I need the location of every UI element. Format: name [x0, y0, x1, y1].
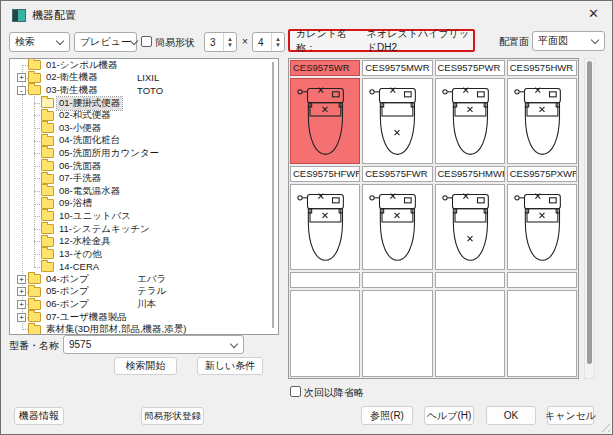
- toilet-plan-drawing: [295, 187, 355, 267]
- catalog-item-header[interactable]: CES9575HFWR: [290, 166, 360, 182]
- toilet-plan-drawing: [512, 81, 572, 161]
- cancel-button[interactable]: キャンセル: [547, 406, 594, 425]
- folder-icon: [41, 186, 54, 196]
- tree-item-label: 07-ユーザ機器製品: [44, 311, 129, 324]
- tree-item[interactable]: 08-電気温水器: [10, 185, 278, 198]
- collapse-icon[interactable]: -: [17, 86, 26, 95]
- tree-item[interactable]: 12-水栓金具: [10, 235, 278, 248]
- search-type-value: 検索: [15, 35, 35, 49]
- tree-item-brand: エバラ: [137, 273, 166, 286]
- tree-item-label: 04-ポンプ: [44, 273, 91, 286]
- tree-item[interactable]: -03-衛生機器TOTO: [10, 84, 278, 97]
- dialog-title: 機器配置: [32, 8, 76, 23]
- resize-grip[interactable]: [598, 420, 610, 432]
- expand-icon[interactable]: +: [17, 73, 26, 82]
- expand-icon[interactable]: +: [17, 287, 26, 296]
- tree-item-label: 10-ユニットバス: [57, 210, 133, 223]
- catalog-item-preview[interactable]: [435, 78, 505, 164]
- start-search-button[interactable]: 検索開始: [114, 357, 177, 375]
- tree-item[interactable]: 10-ユニットバス: [10, 210, 278, 223]
- new-condition-button[interactable]: 新しい条件: [197, 357, 263, 375]
- tree-item-label: 11-システムキッチン: [57, 223, 152, 236]
- catalog-item-header[interactable]: CES9575PXWR: [507, 166, 577, 182]
- search-type-select[interactable]: 検索: [9, 32, 70, 52]
- catalog-item-preview[interactable]: [435, 184, 505, 270]
- tree-item-label: 06-ポンプ: [44, 298, 91, 311]
- folder-icon: [28, 73, 41, 83]
- close-icon[interactable]: ✕: [588, 6, 599, 21]
- expand-icon[interactable]: +: [17, 275, 26, 284]
- catalog-item-header[interactable]: CES9575HMWR: [435, 166, 505, 182]
- chevron-down-icon: [130, 37, 138, 45]
- catalog-item-preview[interactable]: [362, 184, 432, 270]
- model-name-combo[interactable]: 9575: [63, 335, 244, 354]
- catalog-item-preview[interactable]: [290, 78, 360, 164]
- scrollbar-thumb[interactable]: [587, 61, 592, 364]
- category-tree[interactable]: 01-シンボル機器+02-衛生機器LIXIL-03-衛生機器TOTO01-腰掛式…: [9, 58, 279, 335]
- tree-item[interactable]: 01-シンボル機器: [10, 59, 278, 72]
- folder-icon: [41, 199, 54, 209]
- tree-item[interactable]: +04-ポンプエバラ: [10, 273, 278, 286]
- catalog-item-preview[interactable]: [507, 78, 577, 164]
- open-folder-icon: [41, 98, 54, 108]
- toilet-plan-drawing: [367, 187, 427, 267]
- catalog-item-header[interactable]: CES9575MWR: [362, 60, 432, 76]
- catalog-item-header: [435, 272, 505, 288]
- tree-item[interactable]: 05-洗面所用カウンター: [10, 147, 278, 160]
- expand-icon[interactable]: +: [17, 300, 26, 309]
- folder-icon: [41, 174, 54, 184]
- catalog-empty-cell: [435, 290, 505, 377]
- tree-item-label: 05-洗面所用カウンター: [57, 147, 161, 160]
- tree-item[interactable]: 07-手洗器: [10, 172, 278, 185]
- tree-item-label: 12-水栓金具: [57, 235, 113, 248]
- tree-item[interactable]: 02-和式便器: [10, 109, 278, 122]
- catalog-item-header[interactable]: CES9575PWR: [435, 60, 505, 76]
- tree-item[interactable]: 13-その他: [10, 248, 278, 261]
- equipment-placement-dialog: 機器配置 ✕ 検索 プレビュー 簡易形状 3 ▲▼ × 4 ▲▼ カレント名称：…: [0, 0, 613, 435]
- simple-shape-register-button[interactable]: 簡易形状登録: [141, 407, 204, 425]
- preview-mode-select[interactable]: プレビュー: [74, 32, 137, 52]
- catalog-item-header[interactable]: CES9575FWR: [362, 166, 432, 182]
- reference-button[interactable]: 参照(R): [361, 406, 413, 425]
- omit-next-label: 次回以降省略: [304, 386, 364, 400]
- catalog-scrollbar[interactable]: [584, 58, 595, 379]
- tree-item[interactable]: +07-ユーザ機器製品: [10, 311, 278, 324]
- folder-icon: [41, 262, 54, 272]
- catalog-item-preview[interactable]: [362, 78, 432, 164]
- catalog-empty-cell: [362, 290, 432, 377]
- tree-item[interactable]: 11-システムキッチン: [10, 223, 278, 236]
- folder-icon: [28, 325, 41, 335]
- catalog-item-header[interactable]: CES9575WR: [290, 60, 360, 76]
- tree-item[interactable]: 素材集(3D用部材,部品,機器,添景): [10, 323, 278, 335]
- simple-shape-checkbox[interactable]: [141, 36, 152, 47]
- app-icon: [12, 9, 26, 22]
- tree-item[interactable]: 03-小便器: [10, 122, 278, 135]
- tree-item[interactable]: 09-浴槽: [10, 198, 278, 211]
- catalog-item-header[interactable]: CES9575HWR: [507, 60, 577, 76]
- ok-button[interactable]: OK: [486, 406, 536, 425]
- placement-plane-select[interactable]: 平面図: [532, 31, 605, 51]
- catalog-item-preview[interactable]: [507, 184, 577, 270]
- tree-item[interactable]: +05-ポンプテラル: [10, 286, 278, 299]
- current-name-label: カレント名称：: [296, 27, 353, 55]
- spinner-arrows-icon[interactable]: ▲▼: [223, 33, 236, 51]
- expand-icon[interactable]: +: [17, 313, 26, 322]
- equipment-info-button[interactable]: 機器情報: [14, 407, 64, 425]
- spinner-arrows-icon[interactable]: ▲▼: [271, 33, 284, 51]
- tree-item[interactable]: 04-洗面化粧台: [10, 135, 278, 148]
- help-button[interactable]: ヘルプ(H): [424, 406, 474, 425]
- folder-icon: [28, 287, 41, 297]
- tree-item[interactable]: +02-衛生機器LIXIL: [10, 72, 278, 85]
- tree-item-label: 03-衛生機器: [44, 84, 100, 97]
- tree-item[interactable]: 01-腰掛式便器: [10, 97, 278, 110]
- tree-item[interactable]: 06-洗面器: [10, 160, 278, 173]
- folder-icon: [28, 85, 41, 95]
- tree-item[interactable]: +06-ポンプ川本: [10, 298, 278, 311]
- catalog-item-preview[interactable]: [290, 184, 360, 270]
- folder-icon: [28, 300, 41, 310]
- omit-next-checkbox[interactable]: [290, 386, 301, 397]
- grid-cols-spinner[interactable]: 3 ▲▼: [204, 32, 237, 52]
- grid-rows-spinner[interactable]: 4 ▲▼: [252, 32, 285, 52]
- tree-item[interactable]: 14-CERA: [10, 261, 278, 274]
- titlebar: 機器配置 ✕: [1, 1, 612, 29]
